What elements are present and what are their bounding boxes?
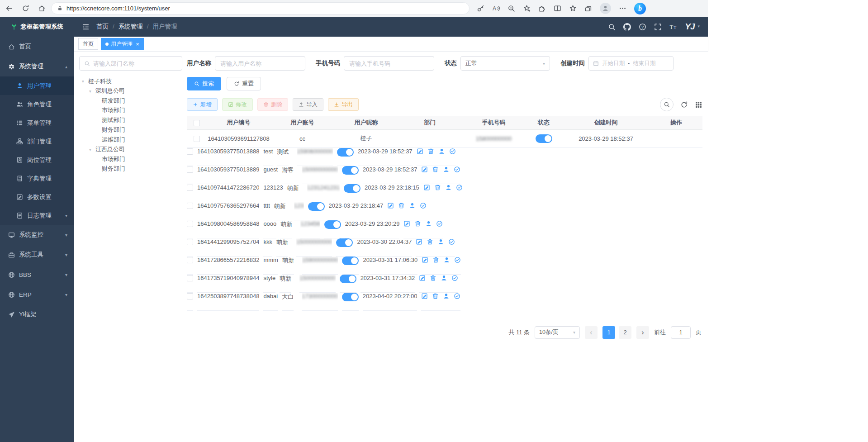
row-checkbox[interactable]: [187, 148, 193, 155]
tree-node[interactable]: 研发部门: [79, 96, 182, 106]
assign-role-icon[interactable]: [454, 293, 460, 299]
reset-password-icon[interactable]: [438, 148, 445, 155]
edit-row-icon[interactable]: [419, 275, 426, 281]
password-key-icon[interactable]: [477, 5, 484, 12]
row-checkbox[interactable]: [187, 239, 193, 245]
assign-role-icon[interactable]: [420, 202, 427, 209]
breadcrumb-item[interactable]: 系统管理: [119, 23, 149, 31]
delete-row-icon[interactable]: [414, 220, 421, 227]
dept-search-input[interactable]: [93, 60, 177, 67]
row-checkbox[interactable]: [194, 136, 200, 142]
font-size-icon[interactable]: TT: [669, 23, 677, 31]
status-toggle[interactable]: [342, 257, 359, 265]
row-checkbox[interactable]: [187, 166, 193, 173]
status-toggle[interactable]: [344, 184, 360, 193]
assign-role-icon[interactable]: [454, 166, 460, 173]
row-checkbox[interactable]: [187, 257, 193, 263]
search-toggle-button[interactable]: [660, 98, 674, 111]
tree-node[interactable]: 市场部门: [79, 154, 182, 164]
delete-row-icon[interactable]: [434, 184, 441, 191]
status-toggle[interactable]: [340, 275, 356, 283]
sidebar-item[interactable]: 岗位管理: [0, 151, 74, 169]
refresh-icon[interactable]: [22, 5, 29, 12]
reset-password-icon[interactable]: [443, 166, 450, 173]
reset-password-icon[interactable]: [445, 184, 452, 191]
edit-row-icon[interactable]: [423, 184, 430, 191]
tab[interactable]: 首页: [78, 38, 98, 50]
search-button[interactable]: 搜索: [187, 77, 221, 90]
phone-input[interactable]: [344, 56, 434, 71]
bing-icon[interactable]: [634, 3, 646, 14]
assign-role-icon[interactable]: [449, 148, 456, 155]
sidebar-item[interactable]: ERP: [0, 285, 74, 304]
delete-row-icon[interactable]: [432, 293, 439, 299]
reset-password-icon[interactable]: [443, 257, 450, 263]
assign-role-icon[interactable]: [451, 275, 458, 281]
sidebar-item[interactable]: 菜单管理: [0, 114, 74, 132]
settings-more-icon[interactable]: [619, 5, 626, 12]
home-icon[interactable]: [38, 5, 46, 12]
favorites-add-icon[interactable]: [523, 5, 531, 12]
zoom-icon[interactable]: [508, 5, 515, 12]
back-icon[interactable]: [5, 5, 13, 12]
sidebar-item[interactable]: 首页: [0, 37, 74, 57]
assign-role-icon[interactable]: [456, 184, 463, 191]
extensions-icon[interactable]: [538, 5, 546, 12]
edit-row-icon[interactable]: [421, 166, 428, 173]
status-toggle[interactable]: [536, 134, 552, 143]
address-bar[interactable]: https://ccnetcore.com:1101/system/user: [51, 2, 470, 14]
reset-password-icon[interactable]: [441, 275, 447, 281]
tree-node[interactable]: 深圳总公司: [79, 86, 182, 96]
row-checkbox[interactable]: [187, 275, 193, 281]
sidebar-item[interactable]: 部门管理: [0, 132, 74, 151]
select-all-checkbox[interactable]: [194, 120, 200, 126]
date-range-picker[interactable]: 开始日期 - 结束日期: [588, 56, 674, 71]
reset-password-icon[interactable]: [425, 220, 432, 227]
reset-password-icon[interactable]: [437, 238, 444, 245]
delete-button[interactable]: 删除: [257, 98, 288, 111]
status-toggle[interactable]: [308, 202, 325, 211]
next-page-button[interactable]: [636, 326, 649, 339]
profile-avatar[interactable]: [600, 3, 611, 14]
edit-row-icon[interactable]: [417, 148, 423, 155]
sidebar-item[interactable]: 系统工具: [0, 245, 74, 265]
prev-page-button[interactable]: [585, 326, 598, 339]
row-checkbox[interactable]: [187, 203, 193, 209]
edit-row-icon[interactable]: [387, 202, 394, 209]
delete-row-icon[interactable]: [398, 202, 405, 209]
favorites-icon[interactable]: [569, 5, 577, 12]
tree-node[interactable]: 运维部门: [79, 135, 182, 145]
status-toggle[interactable]: [336, 238, 353, 247]
tree-node[interactable]: 财务部门: [79, 164, 182, 174]
edit-row-icon[interactable]: [403, 220, 410, 227]
sidebar-item[interactable]: 系统监控: [0, 225, 74, 245]
tree-node[interactable]: 橙子科技: [79, 76, 182, 86]
row-checkbox[interactable]: [187, 221, 193, 227]
delete-row-icon[interactable]: [432, 257, 439, 263]
tab[interactable]: 用户管理: [101, 38, 144, 50]
status-toggle[interactable]: [337, 148, 354, 157]
page-number-button[interactable]: 1: [602, 326, 615, 339]
github-icon[interactable]: [623, 23, 631, 31]
sidebar-item[interactable]: 用户管理: [0, 76, 74, 95]
row-checkbox[interactable]: [187, 185, 193, 191]
goto-page-input[interactable]: [671, 326, 691, 339]
tree-node[interactable]: 江西总公司: [79, 145, 182, 155]
search-icon[interactable]: [608, 23, 616, 31]
assign-role-icon[interactable]: [454, 257, 461, 263]
reset-password-icon[interactable]: [409, 202, 416, 209]
page-size-select[interactable]: 10条/页: [535, 326, 580, 339]
status-toggle[interactable]: [324, 220, 341, 229]
reset-password-icon[interactable]: [443, 293, 450, 299]
tree-node[interactable]: 市场部门: [79, 106, 182, 116]
modify-button[interactable]: 修改: [222, 98, 253, 111]
delete-row-icon[interactable]: [427, 238, 433, 245]
breadcrumb-item[interactable]: 首页: [96, 23, 114, 31]
column-settings-button[interactable]: [695, 101, 702, 109]
close-icon[interactable]: [136, 41, 139, 47]
refresh-table-button[interactable]: [680, 101, 688, 109]
tree-node[interactable]: 测试部门: [79, 115, 182, 125]
sidebar-item[interactable]: 系统管理: [0, 57, 74, 76]
sidebar-item[interactable]: 参数设置: [0, 188, 74, 206]
sidebar-item[interactable]: BBS: [0, 265, 74, 285]
